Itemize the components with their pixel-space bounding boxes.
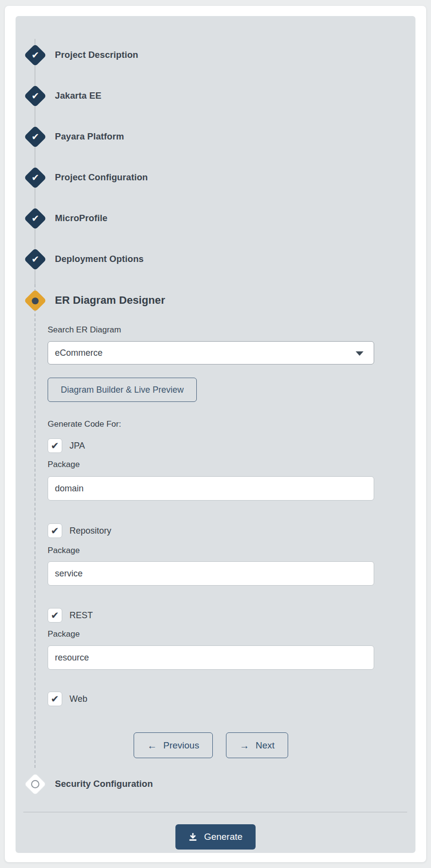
step-label: Deployment Options [55, 254, 144, 264]
step-completed-icon: ✔ [24, 44, 46, 66]
previous-button[interactable]: ← Previous [134, 732, 213, 758]
step-label: Payara Platform [55, 131, 124, 142]
page-title: ER Diagram Designer [55, 294, 165, 307]
step-active-icon [24, 290, 46, 312]
jpa-package-input[interactable] [48, 476, 374, 501]
rest-package-input[interactable] [48, 645, 374, 670]
page: { "colors": { "page_background": "#ebede… [0, 0, 431, 868]
step-er-diagram-designer[interactable]: ER Diagram Designer [16, 279, 415, 321]
check-icon: ✔ [51, 526, 59, 536]
step-jakarta-ee[interactable]: ✔ Jakarta EE [16, 75, 415, 116]
check-icon: ✔ [51, 441, 59, 451]
check-icon: ✔ [32, 50, 39, 59]
rest-checkbox-label: REST [69, 610, 93, 621]
step-completed-icon: ✔ [24, 126, 46, 148]
rest-checkbox[interactable]: ✔ [48, 608, 62, 623]
step-completed-icon: ✔ [24, 167, 46, 189]
web-checkbox-label: Web [69, 694, 87, 704]
step-pending-icon [24, 773, 46, 795]
step-label: Project Description [55, 50, 138, 60]
step-project-description[interactable]: ✔ Project Description [16, 35, 415, 75]
repository-package-input[interactable] [48, 561, 374, 586]
jpa-option-row: ✔ JPA [48, 438, 374, 453]
jpa-checkbox-label: JPA [69, 441, 85, 451]
step-label: Security Configuration [55, 779, 153, 789]
step-deployment-options[interactable]: ✔ Deployment Options [16, 239, 415, 279]
arrow-right-icon: → [240, 741, 249, 750]
check-icon: ✔ [51, 610, 59, 620]
download-icon [189, 833, 197, 841]
step-completed-icon: ✔ [24, 85, 46, 107]
repository-checkbox-label: Repository [69, 526, 111, 536]
check-icon: ✔ [32, 173, 39, 182]
step-label: Project Configuration [55, 172, 148, 183]
pending-ring-icon [31, 780, 39, 788]
check-icon: ✔ [51, 694, 59, 704]
generate-button[interactable]: Generate [175, 824, 256, 850]
rest-package-label: Package [48, 629, 374, 639]
step-payara-platform[interactable]: ✔ Payara Platform [16, 116, 415, 157]
stepper-panel: ✔ Project Description ✔ Jakarta EE ✔ Pay… [16, 16, 415, 853]
jpa-checkbox[interactable]: ✔ [48, 438, 62, 453]
wizard-card: ✔ Project Description ✔ Jakarta EE ✔ Pay… [5, 6, 426, 862]
diagram-builder-button[interactable]: Diagram Builder & Live Preview [48, 378, 197, 402]
generate-row: Generate [16, 824, 415, 850]
web-checkbox[interactable]: ✔ [48, 692, 62, 706]
check-icon: ✔ [32, 132, 39, 141]
repository-package-label: Package [48, 546, 374, 556]
next-button[interactable]: → Next [226, 732, 288, 758]
step-completed-icon: ✔ [24, 208, 46, 229]
repository-checkbox[interactable]: ✔ [48, 523, 62, 538]
next-button-label: Next [256, 740, 275, 751]
step-label: Jakarta EE [55, 90, 102, 101]
repository-option-row: ✔ Repository [48, 523, 374, 538]
web-option-row: ✔ Web [48, 691, 374, 707]
step-microprofile[interactable]: ✔ MicroProfile [16, 198, 415, 239]
search-er-diagram-label: Search ER Diagram [48, 325, 374, 335]
rest-option-row: ✔ REST [48, 608, 374, 623]
footer-divider [23, 812, 407, 813]
previous-button-label: Previous [163, 740, 199, 751]
generate-code-for-label: Generate Code For: [48, 419, 374, 429]
step-project-configuration[interactable]: ✔ Project Configuration [16, 157, 415, 198]
step-security-configuration[interactable]: Security Configuration [16, 764, 415, 804]
step-label: MicroProfile [55, 213, 107, 224]
check-icon: ✔ [32, 213, 39, 223]
er-step-content: Search ER Diagram eCommerce Diagram Buil… [48, 325, 374, 758]
caret-down-icon [356, 351, 363, 356]
er-diagram-select-value: eCommerce [55, 348, 103, 358]
er-diagram-select[interactable]: eCommerce [48, 341, 374, 365]
active-dot-icon [32, 297, 39, 304]
generate-button-label: Generate [204, 832, 242, 842]
jpa-package-label: Package [48, 460, 374, 469]
step-completed-icon: ✔ [24, 248, 46, 270]
wizard-nav-buttons: ← Previous → Next [48, 732, 374, 758]
check-icon: ✔ [32, 91, 39, 100]
check-icon: ✔ [32, 254, 39, 263]
arrow-left-icon: ← [147, 741, 157, 750]
timeline-dashed-line [34, 284, 35, 768]
